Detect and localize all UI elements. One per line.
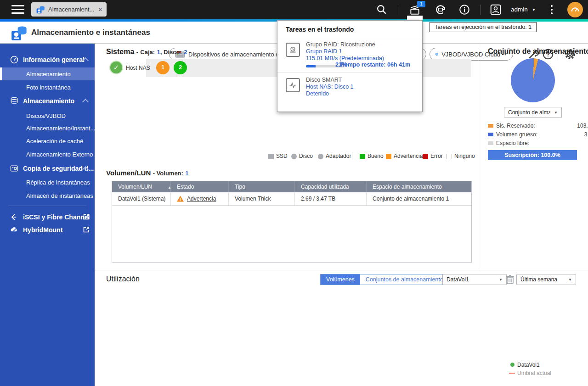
legend-error-swatch [423,154,428,159]
legend-warning: Advertencia [394,153,423,159]
task-speed: 115.01 MB/s (Predeterminada) [306,55,384,62]
info-icon[interactable] [458,4,470,16]
task-target: Grupo RAID 1 [306,48,384,55]
legend-separator [352,152,352,160]
threshold-dash-icon [509,373,515,374]
external-link-icon [83,213,90,220]
sidebar-item-almacenamiento-externo[interactable]: Almacenamiento Externo [0,148,95,161]
section-divider [95,270,588,270]
tabs-colon: : [439,276,441,283]
task-status: Detenido [306,90,354,97]
cell-espacio: Conjunto de almacenamiento 1 [367,192,471,205]
sidebar-item-discos-vjbod[interactable]: Discos/VJBOD [0,109,95,122]
trash-icon[interactable] [505,274,515,285]
sidebar-section-copia-seguridad[interactable]: Copia de seguridad d... [0,162,95,175]
hybridmount-cloud-icon [10,225,19,235]
col-capacidad[interactable]: Capacidad utilizada [295,181,367,192]
sidebar-item-almacenamiento-instant[interactable]: Almacenamiento/Instant... [0,122,95,134]
sidebar-nav: Información general Almacenamiento Foto … [0,44,95,386]
thick-swatch [488,133,493,136]
admin-caret-icon: ▼ [532,8,536,12]
task-time-remaining: Tiempo restante: 06h 41m [339,62,410,68]
volume-select[interactable]: DataVol1 ▼ [442,274,507,285]
disk-slot-2[interactable]: 2 [174,61,187,74]
tasks-count-badge: 1 [417,1,425,7]
page-title: Almacenamiento e instantáneas [31,22,150,44]
legend-warning-swatch [386,154,391,159]
sort-asc-icon: ▲ [168,185,171,190]
storage-devices-label: Dispositivos de almacenamiento e [188,51,279,58]
volume-table-header: Volumen/LUN▲ Estado Tipo Capacidad utili… [112,181,471,192]
chevron-up-icon [82,99,89,105]
col-tipo[interactable]: Tipo [229,181,295,192]
sidebar-section-almacenamiento[interactable]: Almacenamiento [0,95,95,107]
panel-divider-vertical [478,44,478,270]
task-name: Disco SMART [306,77,354,84]
system-section-title: Sistema - Caja: 1, Disco: 2 [106,48,187,56]
storage-app-icon [10,24,28,42]
host-nas-label: Host NAS [126,65,150,71]
sidebar-item-almacen-instantaneas[interactable]: Almacén de instantáneas [0,189,95,202]
top-bar: Almacenamient... × 1 [0,0,588,19]
vjbod-cloud-icon [435,50,438,58]
cell-tipo: Volumen Thick [229,192,295,205]
sidebar-item-foto-instantanea[interactable]: Foto instantánea [0,81,95,94]
disk-slot-1[interactable]: 1 [156,61,170,74]
user-icon[interactable] [490,4,502,16]
legend-ssd-swatch [268,154,274,159]
iscsi-icon [10,213,19,222]
sidebar-item-almacenamiento[interactable]: Almacenamiento [0,67,95,80]
qts-storage-snapshots-window: Almacenamient... × 1 [0,0,588,386]
pool-panel-title: Conjunto de almacenamiento [488,47,588,56]
sidebar-item-aceleracion-cache[interactable]: Aceleración de caché [0,134,95,147]
legend-none: Ninguno [454,153,475,159]
col-estado[interactable]: Estado [171,181,229,192]
legend-ssd: SSD [276,153,288,159]
legend-error: Error [430,153,443,159]
sidebar-link-hybridmount[interactable]: HybridMount [0,224,95,236]
storage-app-icon [36,5,45,14]
period-select[interactable]: Última semana ▼ [516,274,576,285]
topbar-separator [398,5,398,15]
warning-triangle-icon: ! [177,196,184,202]
series-datavol1-dot [510,363,514,367]
sync-devices-icon[interactable] [435,4,447,16]
col-espacio[interactable]: Espacio de almacenamiento [367,181,471,192]
volume-table: Volumen/LUN▲ Estado Tipo Capacidad utili… [112,181,472,263]
search-icon[interactable] [376,4,388,16]
legend-adapter: Adaptador [326,153,351,159]
cell-estado: ! Advertencia [171,192,229,205]
snapshot-camera-icon [10,164,19,173]
task-raid-rebuild[interactable]: Grupo RAID: Ricostruzione Grupo RAID 1 1… [277,37,422,68]
sidebar-link-iscsi[interactable]: iSCSI y Fibre Channel [0,211,95,224]
caret-down-icon: ▼ [568,278,572,282]
tab-pools[interactable]: Conjuntos de almacenamiento [360,274,449,285]
dashboard-gauge-icon [570,5,580,15]
app-tab-storage[interactable]: Almacenamient... × [31,2,107,17]
tab-close-icon[interactable]: × [98,6,102,13]
storage-stack-icon [10,96,19,106]
cell-volume-name: DataVol1 (Sistema) [112,192,171,205]
more-options-icon[interactable] [551,5,553,16]
col-volumen-lun[interactable]: Volumen/LUN▲ [112,181,171,192]
sidebar-section-info-general[interactable]: Información general [0,53,95,66]
warning-link[interactable]: Advertencia [187,192,216,205]
task-target: Host NAS: Disco 1 [306,84,354,90]
main-menu-icon[interactable] [11,5,24,14]
utilization-tabs: Volúmenes Conjuntos de almacenamiento [320,274,449,285]
tasks-panel-title: Tareas en el trasfondo [277,21,422,37]
utilization-title: Utilización [106,275,140,283]
admin-menu[interactable]: admin [511,6,528,13]
caret-down-icon: ▼ [499,278,503,282]
subscription-bar: Suscripción: 100.0% [488,150,577,160]
table-row-datavol1[interactable]: DataVol1 (Sistema) ! Advertencia Volumen… [112,192,471,206]
legend-disk: Disco [299,153,313,159]
legend-none-swatch [447,154,452,159]
caret-down-icon: ▼ [554,111,558,115]
resource-monitor-avatar[interactable] [567,2,583,17]
pool-select[interactable]: Conjunto de almac... ▼ [504,107,562,118]
task-disk-smart[interactable]: Disco SMART Host NAS: Disco 1 Detenido [277,73,422,97]
tab-volumes[interactable]: Volúmenes [321,274,360,285]
sidebar-item-replica-instantaneas[interactable]: Réplica de instantáneas [0,176,95,189]
pool-usage-pie-chart [511,58,555,102]
